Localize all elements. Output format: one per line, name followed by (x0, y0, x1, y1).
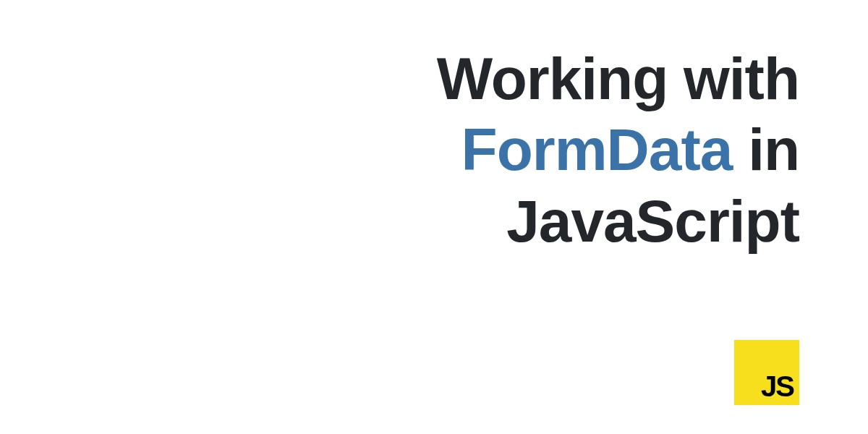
title-line-1: Working with (437, 46, 799, 111)
title-line-2-suffix: in (732, 116, 799, 182)
javascript-logo-text: JS (761, 372, 793, 401)
javascript-logo-icon: JS (734, 340, 799, 405)
title-line-3: JavaScript (506, 188, 799, 254)
title-highlight: FormData (461, 116, 733, 182)
page-title: Working with FormData in JavaScript (437, 43, 799, 257)
